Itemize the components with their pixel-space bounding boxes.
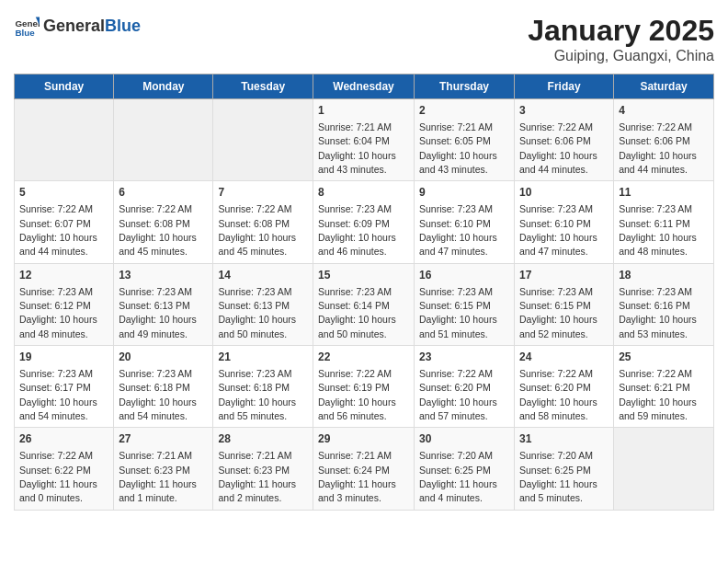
day-number: 4 — [619, 103, 709, 119]
day-info: Sunrise: 7:23 AM Sunset: 6:16 PM Dayligh… — [619, 286, 697, 339]
table-row: 23Sunrise: 7:22 AM Sunset: 6:20 PM Dayli… — [415, 346, 515, 428]
table-row: 13Sunrise: 7:23 AM Sunset: 6:13 PM Dayli… — [114, 263, 213, 345]
day-number: 23 — [419, 350, 509, 365]
page-header: General Blue GeneralBlue January 2025 Gu… — [14, 14, 714, 64]
table-row: 25Sunrise: 7:22 AM Sunset: 6:21 PM Dayli… — [614, 346, 714, 428]
col-thursday: Thursday — [415, 75, 515, 99]
table-row: 24Sunrise: 7:22 AM Sunset: 6:20 PM Dayli… — [515, 346, 614, 428]
day-number: 28 — [218, 431, 308, 447]
table-row: 12Sunrise: 7:23 AM Sunset: 6:12 PM Dayli… — [15, 263, 114, 345]
calendar-table: Sunday Monday Tuesday Wednesday Thursday… — [14, 74, 714, 511]
table-row: 28Sunrise: 7:21 AM Sunset: 6:23 PM Dayli… — [213, 428, 313, 510]
table-row: 18Sunrise: 7:23 AM Sunset: 6:16 PM Dayli… — [614, 263, 714, 345]
day-number: 15 — [318, 268, 409, 283]
day-info: Sunrise: 7:23 AM Sunset: 6:13 PM Dayligh… — [119, 286, 197, 339]
table-row: 21Sunrise: 7:23 AM Sunset: 6:18 PM Dayli… — [213, 346, 313, 428]
day-number: 3 — [519, 103, 609, 119]
day-number: 25 — [619, 350, 709, 365]
calendar-week-row: 12Sunrise: 7:23 AM Sunset: 6:12 PM Dayli… — [15, 263, 714, 345]
day-number: 27 — [119, 431, 208, 447]
table-row: 27Sunrise: 7:21 AM Sunset: 6:23 PM Dayli… — [114, 428, 213, 510]
table-row: 7Sunrise: 7:22 AM Sunset: 6:08 PM Daylig… — [213, 181, 313, 263]
day-number: 9 — [419, 185, 509, 201]
table-row: 14Sunrise: 7:23 AM Sunset: 6:13 PM Dayli… — [213, 263, 313, 345]
table-row: 8Sunrise: 7:23 AM Sunset: 6:09 PM Daylig… — [313, 181, 415, 263]
day-number: 2 — [419, 103, 509, 119]
day-info: Sunrise: 7:23 AM Sunset: 6:09 PM Dayligh… — [318, 203, 396, 257]
col-saturday: Saturday — [614, 75, 714, 99]
logo-icon: General Blue — [14, 14, 40, 40]
page-subtitle: Guiping, Guangxi, China — [528, 48, 714, 64]
table-row: 4Sunrise: 7:22 AM Sunset: 6:06 PM Daylig… — [614, 99, 714, 181]
day-number: 18 — [619, 268, 709, 283]
day-info: Sunrise: 7:20 AM Sunset: 6:25 PM Dayligh… — [419, 450, 497, 503]
col-monday: Monday — [114, 75, 213, 99]
day-info: Sunrise: 7:23 AM Sunset: 6:12 PM Dayligh… — [19, 286, 97, 339]
calendar-week-row: 26Sunrise: 7:22 AM Sunset: 6:22 PM Dayli… — [15, 428, 714, 510]
day-number: 13 — [119, 268, 208, 283]
day-number: 30 — [419, 431, 509, 447]
table-row: 17Sunrise: 7:23 AM Sunset: 6:15 PM Dayli… — [515, 263, 614, 345]
day-number: 10 — [519, 185, 609, 201]
title-block: January 2025 Guiping, Guangxi, China — [528, 14, 714, 64]
day-info: Sunrise: 7:22 AM Sunset: 6:20 PM Dayligh… — [519, 368, 597, 421]
table-row: 16Sunrise: 7:23 AM Sunset: 6:15 PM Dayli… — [415, 263, 515, 345]
col-friday: Friday — [515, 75, 614, 99]
calendar-week-row: 1Sunrise: 7:21 AM Sunset: 6:04 PM Daylig… — [15, 99, 714, 181]
day-info: Sunrise: 7:21 AM Sunset: 6:23 PM Dayligh… — [218, 450, 296, 503]
table-row: 20Sunrise: 7:23 AM Sunset: 6:18 PM Dayli… — [114, 346, 213, 428]
day-number: 8 — [318, 185, 409, 201]
day-number: 20 — [119, 350, 208, 365]
day-number: 16 — [419, 268, 509, 283]
logo: General Blue GeneralBlue — [14, 14, 141, 40]
day-number: 1 — [318, 103, 409, 119]
table-row: 15Sunrise: 7:23 AM Sunset: 6:14 PM Dayli… — [313, 263, 415, 345]
day-info: Sunrise: 7:22 AM Sunset: 6:20 PM Dayligh… — [419, 368, 497, 421]
col-tuesday: Tuesday — [213, 75, 313, 99]
calendar-body: 1Sunrise: 7:21 AM Sunset: 6:04 PM Daylig… — [15, 99, 714, 511]
day-info: Sunrise: 7:22 AM Sunset: 6:08 PM Dayligh… — [119, 203, 197, 257]
day-number: 12 — [19, 268, 108, 283]
day-info: Sunrise: 7:23 AM Sunset: 6:14 PM Dayligh… — [318, 286, 396, 339]
day-info: Sunrise: 7:23 AM Sunset: 6:11 PM Dayligh… — [619, 203, 697, 257]
calendar-week-row: 19Sunrise: 7:23 AM Sunset: 6:17 PM Dayli… — [15, 346, 714, 428]
day-info: Sunrise: 7:23 AM Sunset: 6:15 PM Dayligh… — [419, 286, 497, 339]
col-sunday: Sunday — [15, 75, 114, 99]
table-row: 31Sunrise: 7:20 AM Sunset: 6:25 PM Dayli… — [515, 428, 614, 510]
table-row — [614, 428, 714, 510]
day-number: 26 — [19, 431, 108, 447]
day-info: Sunrise: 7:23 AM Sunset: 6:10 PM Dayligh… — [419, 203, 497, 257]
calendar-header: Sunday Monday Tuesday Wednesday Thursday… — [15, 75, 714, 99]
day-info: Sunrise: 7:22 AM Sunset: 6:08 PM Dayligh… — [218, 203, 296, 257]
table-row: 26Sunrise: 7:22 AM Sunset: 6:22 PM Dayli… — [15, 428, 114, 510]
day-info: Sunrise: 7:22 AM Sunset: 6:06 PM Dayligh… — [519, 121, 597, 175]
day-info: Sunrise: 7:23 AM Sunset: 6:15 PM Dayligh… — [519, 286, 597, 339]
table-row — [114, 99, 213, 181]
day-info: Sunrise: 7:22 AM Sunset: 6:21 PM Dayligh… — [619, 368, 697, 421]
logo-blue-text: Blue — [105, 17, 141, 36]
table-row: 3Sunrise: 7:22 AM Sunset: 6:06 PM Daylig… — [515, 99, 614, 181]
table-row: 30Sunrise: 7:20 AM Sunset: 6:25 PM Dayli… — [415, 428, 515, 510]
day-info: Sunrise: 7:23 AM Sunset: 6:18 PM Dayligh… — [119, 368, 197, 421]
days-of-week-row: Sunday Monday Tuesday Wednesday Thursday… — [15, 75, 714, 99]
day-number: 17 — [519, 268, 609, 283]
day-number: 29 — [318, 431, 409, 447]
day-info: Sunrise: 7:23 AM Sunset: 6:10 PM Dayligh… — [519, 203, 597, 257]
day-number: 6 — [119, 185, 208, 201]
table-row: 10Sunrise: 7:23 AM Sunset: 6:10 PM Dayli… — [515, 181, 614, 263]
day-info: Sunrise: 7:23 AM Sunset: 6:18 PM Dayligh… — [218, 368, 296, 421]
day-info: Sunrise: 7:22 AM Sunset: 6:07 PM Dayligh… — [19, 203, 97, 257]
day-number: 11 — [619, 185, 709, 201]
day-info: Sunrise: 7:22 AM Sunset: 6:22 PM Dayligh… — [19, 450, 97, 503]
svg-text:Blue: Blue — [15, 28, 35, 38]
day-info: Sunrise: 7:21 AM Sunset: 6:23 PM Dayligh… — [119, 450, 197, 503]
day-info: Sunrise: 7:20 AM Sunset: 6:25 PM Dayligh… — [519, 450, 597, 503]
day-info: Sunrise: 7:21 AM Sunset: 6:05 PM Dayligh… — [419, 121, 497, 175]
day-info: Sunrise: 7:21 AM Sunset: 6:04 PM Dayligh… — [318, 121, 396, 175]
table-row: 9Sunrise: 7:23 AM Sunset: 6:10 PM Daylig… — [415, 181, 515, 263]
day-info: Sunrise: 7:23 AM Sunset: 6:17 PM Dayligh… — [19, 368, 97, 421]
day-info: Sunrise: 7:23 AM Sunset: 6:13 PM Dayligh… — [218, 286, 296, 339]
table-row: 11Sunrise: 7:23 AM Sunset: 6:11 PM Dayli… — [614, 181, 714, 263]
day-number: 22 — [318, 350, 409, 365]
day-number: 14 — [218, 268, 308, 283]
